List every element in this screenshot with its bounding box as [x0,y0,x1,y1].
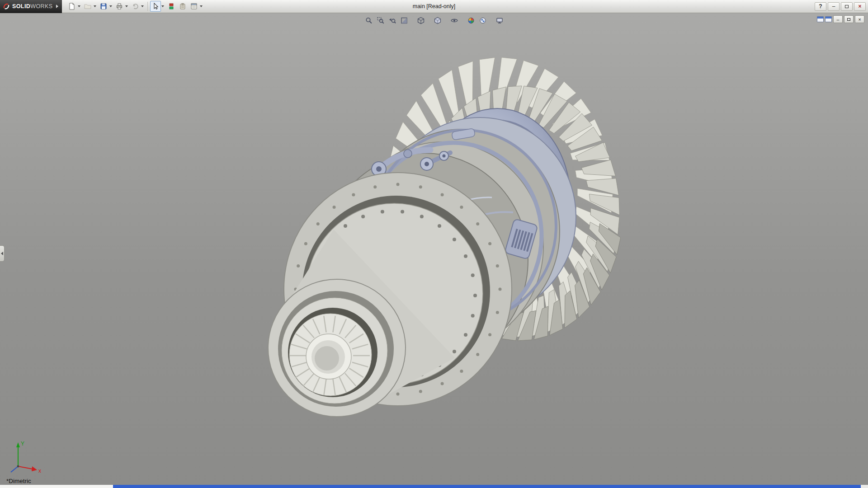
dropdown-caret[interactable] [94,5,96,7]
zoom-to-area-icon [377,17,384,24]
view-orientation-cube-icon [417,17,425,24]
undo-button[interactable] [130,1,141,12]
options-button[interactable] [189,1,199,12]
select-cursor-icon [151,2,160,10]
triad-y-label: Y [21,441,24,447]
mdi-window-controls: – × [817,15,864,23]
orientation-label: *Dimetric [6,478,31,484]
zoom-to-fit-icon [365,17,373,24]
featuremanager-flyout-tab[interactable] [0,245,5,262]
heads-up-toolbar [363,15,505,25]
select-tool-button[interactable] [150,1,161,12]
display-style-icon [434,17,441,24]
toolbar-separator [147,2,148,11]
reference-triad: Y x [4,438,45,477]
titlebar: SOLIDWORKS [0,0,868,13]
section-view-button[interactable] [399,15,410,25]
dropdown-caret[interactable] [109,5,112,7]
statusbar-left-segment [0,485,113,488]
triad-x-label: x [38,468,41,474]
mdi-restore-button[interactable] [844,15,854,23]
close-glyph: × [858,3,861,9]
solidworks-logo: SOLIDWORKS [0,0,62,13]
edit-appearance-button[interactable] [466,15,476,25]
window-title: main [Read-only] [413,0,456,13]
clipboard-icon [179,2,187,10]
options-form-icon [190,2,198,10]
clipboard-button[interactable] [177,1,188,12]
print-button[interactable] [114,1,125,12]
help-glyph: ? [819,3,822,9]
help-button[interactable]: ? [815,2,826,11]
previous-window-button[interactable] [817,16,824,22]
dropdown-caret[interactable] [141,5,144,7]
hide-show-items-button[interactable] [449,15,460,25]
window-controls: ? – × [815,2,868,11]
appearance-ball-icon [467,17,475,24]
eye-icon [450,17,458,24]
minimize-glyph: – [832,3,835,9]
zoom-to-area-button[interactable] [375,15,386,25]
undo-icon [131,2,139,10]
minimize-button[interactable]: – [828,2,840,11]
next-window-button[interactable] [825,16,832,22]
previous-view-button[interactable] [387,15,398,25]
scene-ball-icon [479,17,486,24]
mdi-restore-glyph-icon [847,18,850,21]
main-toolbar [62,1,204,12]
ds-logo-icon [3,3,10,10]
view-settings-button[interactable] [494,15,505,25]
previous-view-icon [388,17,396,24]
dropdown-caret[interactable] [125,5,128,7]
new-document-icon [68,2,76,10]
statusbar-right-segment [861,485,868,488]
save-button[interactable] [98,1,109,12]
brand-expand-icon[interactable] [56,5,58,8]
new-document-button[interactable] [66,1,77,12]
display-style-button[interactable] [432,15,443,25]
chevron-left-icon [1,252,3,255]
print-icon [115,2,123,10]
section-view-icon [400,17,408,24]
bottom-strip [0,485,868,488]
open-document-button[interactable] [82,1,93,12]
graphics-area[interactable]: – × Y x *Dimetric [0,13,868,488]
selection-filter-button[interactable] [166,1,177,12]
mdi-minimize-glyph: – [837,17,840,22]
dropdown-caret[interactable] [200,5,203,7]
save-icon [99,2,108,10]
dropdown-caret[interactable] [161,5,164,7]
restore-glyph-icon [845,5,849,8]
open-folder-icon [84,2,92,10]
view-orientation-button[interactable] [415,15,426,25]
dropdown-caret[interactable] [78,5,80,7]
close-button[interactable]: × [854,2,866,11]
statusbar-blue-segment [113,485,861,488]
mdi-close-glyph: × [858,17,861,22]
restore-button[interactable] [841,2,853,11]
selection-filter-icon [167,2,175,10]
apply-scene-button[interactable] [477,15,488,25]
mdi-minimize-button[interactable]: – [833,15,843,23]
zoom-to-fit-button[interactable] [363,15,374,25]
solidworks-window: SOLIDWORKS [0,0,868,488]
brand-name: SOLIDWORKS [12,3,52,9]
view-settings-icon [495,17,503,24]
engine-model [0,13,868,488]
mdi-close-button[interactable]: × [855,15,864,23]
